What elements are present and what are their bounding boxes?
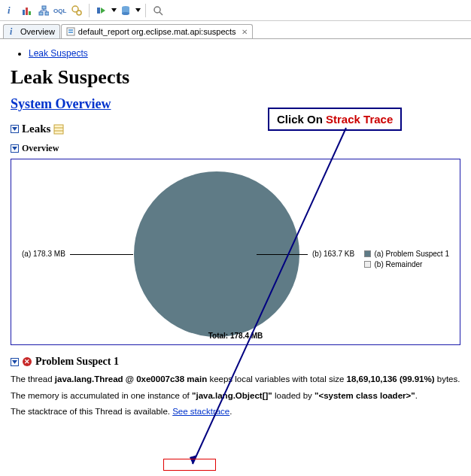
collapse-icon[interactable] [11, 144, 19, 153]
svg-rect-26 [68, 32, 73, 33]
pie-slice-a-label: (a) 178.3 MB [22, 250, 65, 258]
svg-rect-14 [97, 8, 100, 14]
error-icon: ✕ [23, 357, 32, 366]
svg-marker-34 [190, 455, 197, 464]
svg-rect-5 [39, 12, 43, 15]
breadcrumb: Leak Suspects [11, 48, 460, 59]
svg-point-21 [154, 7, 160, 13]
svg-text:i: i [10, 27, 13, 36]
leaks-header-label: Leaks [22, 123, 50, 135]
chart-legend: (a) Problem Suspect 1 (b) Remainder [364, 248, 450, 269]
svg-marker-16 [111, 8, 117, 12]
report-icon [66, 27, 75, 36]
toolbar-separator [89, 4, 90, 17]
svg-marker-15 [101, 8, 105, 14]
legend-item: (b) Remainder [375, 260, 423, 268]
annotation-highlight [163, 459, 216, 471]
leader-line [257, 254, 308, 255]
svg-rect-25 [68, 29, 73, 31]
tree-icon[interactable] [36, 3, 51, 18]
close-icon[interactable]: ✕ [242, 28, 248, 36]
svg-text:OQL: OQL [53, 8, 66, 14]
info-icon: i [8, 27, 17, 36]
search-icon[interactable] [150, 3, 166, 18]
pie-total-label: Total: 178.4 MB [11, 332, 460, 340]
tab-label: default_report org.eclipse.mat.api:suspe… [78, 27, 236, 36]
db-icon[interactable] [118, 3, 133, 18]
svg-marker-27 [12, 127, 17, 131]
legend-swatch [364, 250, 371, 257]
annotation-callout: Click On Strack Trace [268, 108, 402, 131]
overview-subheader: Overview [11, 143, 460, 154]
tab-overview[interactable]: i Overview [3, 24, 60, 38]
svg-point-13 [77, 11, 81, 15]
gears-icon[interactable] [69, 3, 84, 18]
svg-rect-2 [26, 8, 28, 15]
leader-line [70, 254, 133, 255]
db-dropdown-icon[interactable] [135, 8, 141, 12]
svg-rect-6 [45, 12, 49, 15]
pie-chart: (a) 178.3 MB (b) 163.7 KB (a) Problem Su… [11, 159, 460, 345]
info-icon[interactable]: i [3, 3, 18, 18]
problem-desc-2: The memory is accumulated in one instanc… [11, 390, 460, 402]
content-area: Leak Suspects Leak Suspects System Overv… [0, 39, 471, 418]
table-icon[interactable] [53, 124, 64, 135]
toolbar-separator [145, 4, 146, 17]
problem-suspect-label: Problem Suspect 1 [35, 356, 119, 368]
breadcrumb-link[interactable]: Leak Suspects [29, 48, 88, 59]
svg-rect-28 [54, 125, 63, 134]
svg-marker-32 [12, 360, 17, 364]
main-toolbar: i OQL [0, 0, 471, 21]
system-overview-link[interactable]: System Overview [11, 96, 111, 112]
svg-line-22 [160, 12, 163, 15]
legend-swatch [364, 261, 371, 268]
oql-icon[interactable]: OQL [53, 3, 68, 18]
legend-item: (a) Problem Suspect 1 [375, 250, 450, 258]
tab-suspects[interactable]: default_report org.eclipse.mat.api:suspe… [61, 24, 253, 38]
svg-marker-31 [12, 147, 17, 150]
svg-rect-3 [29, 11, 31, 15]
problem-desc-1: The thread java.lang.Thread @ 0xe0007c38… [11, 374, 460, 386]
svg-text:i: i [8, 5, 11, 16]
tab-label: Overview [20, 27, 55, 36]
tab-bar: i Overview default_report org.eclipse.ma… [0, 21, 471, 39]
collapse-icon[interactable] [11, 125, 19, 133]
svg-rect-1 [23, 10, 25, 15]
run-icon[interactable] [94, 3, 109, 18]
overview-subheader-label: Overview [22, 143, 59, 154]
page-title: Leak Suspects [11, 66, 460, 89]
run-dropdown-icon[interactable] [111, 8, 117, 12]
problem-desc-3: The stacktrace of this Thread is availab… [11, 406, 460, 418]
bar-chart-icon[interactable] [20, 3, 35, 18]
problem-suspect-header: ✕ Problem Suspect 1 [11, 356, 460, 368]
svg-marker-20 [135, 8, 141, 12]
svg-point-19 [122, 12, 129, 15]
collapse-icon[interactable] [11, 358, 19, 366]
pie-slice-b-label: (b) 163.7 KB [312, 250, 354, 258]
see-stacktrace-link[interactable]: See stacktrace [172, 407, 229, 416]
svg-rect-4 [42, 6, 46, 9]
